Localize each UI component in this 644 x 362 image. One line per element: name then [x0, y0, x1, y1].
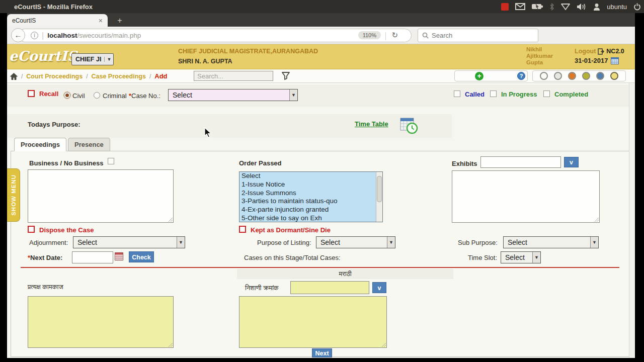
breadcrumb-current-add: Add	[154, 72, 167, 80]
resize-grip[interactable]	[594, 217, 599, 222]
app-header: eCourtIS CHIEF JI ▼ CHIEF JUDICIAL MAGIS…	[7, 44, 635, 69]
exhibits-label: Exhibits	[452, 160, 477, 167]
breadcrumb-case-proceedings[interactable]: Case Proceedings	[92, 73, 146, 80]
order-passed-listbox[interactable]: Select 1-Issue Notice 2-Issue Summons 3-…	[239, 171, 383, 222]
session-user-label[interactable]: ubuntu	[607, 3, 627, 11]
show-menu-tab[interactable]: SHOW MENU	[7, 168, 20, 222]
recall-checkbox[interactable]	[28, 90, 35, 97]
page-scrollbar[interactable]	[629, 83, 635, 358]
check-button[interactable]: Check	[129, 251, 154, 262]
theme-circle[interactable]	[610, 72, 618, 80]
red-separator	[21, 267, 619, 268]
bluetooth-icon[interactable]	[549, 3, 554, 11]
establishment-select[interactable]: CHIEF JI ▼	[71, 53, 114, 65]
purpose-of-listing-select[interactable]: Select ▼	[316, 236, 395, 248]
business-textarea[interactable]	[28, 169, 174, 223]
window-title: eCourtIS - Mozilla Firefox	[14, 3, 93, 11]
user-icon[interactable]	[593, 3, 600, 11]
site-info-icon[interactable]: i	[31, 32, 38, 39]
theme-circle[interactable]	[540, 72, 548, 80]
mail-icon[interactable]	[515, 3, 525, 10]
order-option[interactable]: 2-Issue Summons	[239, 189, 382, 198]
time-table-link[interactable]: Time Table	[355, 120, 388, 128]
theme-circle[interactable]	[554, 72, 562, 80]
recording-indicator-icon[interactable]	[501, 3, 509, 11]
browser-search-input[interactable]	[432, 32, 522, 39]
case-no-select[interactable]: Select ▼	[168, 89, 298, 101]
new-tab-button[interactable]: +	[113, 15, 127, 26]
dispose-checkbox[interactable]	[28, 226, 35, 233]
civil-radio[interactable]	[64, 92, 70, 99]
called-label: Called	[465, 90, 485, 98]
power-icon[interactable]	[633, 3, 641, 11]
marathi-exhibit-label: निशाणी क्रमांक	[245, 284, 279, 292]
in-progress-checkbox[interactable]	[490, 90, 497, 97]
url-separator: |	[42, 31, 44, 40]
next-date-input[interactable]	[72, 251, 113, 263]
completed-checkbox[interactable]	[543, 90, 550, 97]
resize-grip[interactable]	[168, 342, 173, 347]
order-option[interactable]: 3-Parties to maintain status-quo	[239, 197, 382, 206]
order-option[interactable]: 1-Issue Notice	[239, 180, 382, 189]
chevron-down-icon: ▼	[104, 57, 111, 62]
url-bar[interactable]: i | localhost/swecourtis/main.php 110% ↻	[18, 29, 412, 42]
page-search-input[interactable]	[194, 71, 273, 81]
case-no-label: *Case No.:	[129, 92, 160, 100]
help-icon[interactable]: ?	[517, 72, 525, 80]
theme-circle[interactable]	[582, 72, 590, 80]
close-tab-icon[interactable]: ×	[99, 17, 103, 25]
screen: eCourtIS - Mozilla Firefox ubuntu eCourt…	[0, 0, 644, 362]
marathi-order-textarea[interactable]	[239, 296, 387, 348]
in-progress-label: In Progress	[501, 90, 537, 98]
exhibits-v-button[interactable]: v	[564, 157, 579, 167]
business-checkbox[interactable]	[108, 158, 114, 164]
sub-purpose-select[interactable]: Select ▼	[503, 236, 599, 248]
add-new-icon[interactable]: +	[475, 72, 484, 80]
tab-proceedings[interactable]: Proceedings	[14, 138, 66, 151]
browser-search-box[interactable]	[418, 29, 538, 42]
version-label: NC2.0	[606, 48, 624, 55]
timetable-calendar-clock-icon[interactable]	[400, 117, 418, 134]
calendar-icon[interactable]	[611, 57, 619, 64]
time-slot-label: Time Slot:	[468, 254, 497, 261]
resize-grip[interactable]	[168, 217, 173, 222]
marathi-business-textarea[interactable]	[28, 296, 174, 348]
logout-icon[interactable]	[598, 48, 604, 55]
resize-grip[interactable]	[381, 342, 386, 347]
logout-link[interactable]: Logout	[575, 48, 596, 55]
court-name: CHIEF JUDICIAL MAGISTRATE,AURANGABAD	[178, 48, 318, 55]
purpose-of-listing-value: Select	[316, 238, 387, 246]
adjournment-select[interactable]: Select ▼	[73, 236, 185, 248]
date-picker-calendar-icon[interactable]	[115, 252, 123, 260]
listbox-scrollbar[interactable]	[376, 172, 382, 222]
battery-icon[interactable]	[532, 4, 543, 10]
exhibits-input[interactable]	[480, 156, 561, 168]
network-icon[interactable]	[561, 4, 570, 10]
marathi-exhibit-input[interactable]	[290, 281, 369, 294]
reload-button[interactable]: ↻	[391, 31, 398, 40]
establishment-value: CHIEF JI	[75, 56, 101, 63]
back-button[interactable]: ←	[11, 28, 25, 42]
volume-icon[interactable]	[577, 3, 587, 11]
next-button[interactable]: Next	[312, 348, 332, 357]
zoom-level-badge[interactable]: 110%	[358, 31, 381, 39]
dormant-checkbox[interactable]	[239, 226, 246, 233]
scrollbar-thumb[interactable]	[377, 176, 382, 202]
called-checkbox[interactable]	[454, 90, 460, 97]
order-option[interactable]: Select	[239, 172, 382, 180]
home-breadcrumb-icon[interactable]	[10, 73, 18, 80]
case-no-text: Case No.:	[131, 92, 160, 100]
filter-funnel-icon[interactable]	[281, 71, 290, 80]
order-option[interactable]: 4-Ex-parte injunction granted	[239, 206, 382, 214]
theme-circle[interactable]	[568, 72, 576, 80]
tab-presence[interactable]: Presence	[68, 138, 110, 151]
time-slot-select[interactable]: Select ▼	[501, 251, 541, 263]
marathi-v-button[interactable]: v	[372, 282, 386, 293]
order-option[interactable]: 5-Other side to say on Exh	[239, 214, 382, 222]
exhibits-textarea[interactable]	[452, 170, 600, 223]
browser-tab[interactable]: eCourtIS ×	[7, 14, 108, 27]
criminal-radio[interactable]	[94, 92, 100, 99]
theme-circle[interactable]	[596, 72, 604, 80]
breadcrumb-court-proceedings[interactable]: Court Proceedings	[26, 73, 83, 80]
tab-group: Proceedings Presence	[14, 138, 110, 151]
